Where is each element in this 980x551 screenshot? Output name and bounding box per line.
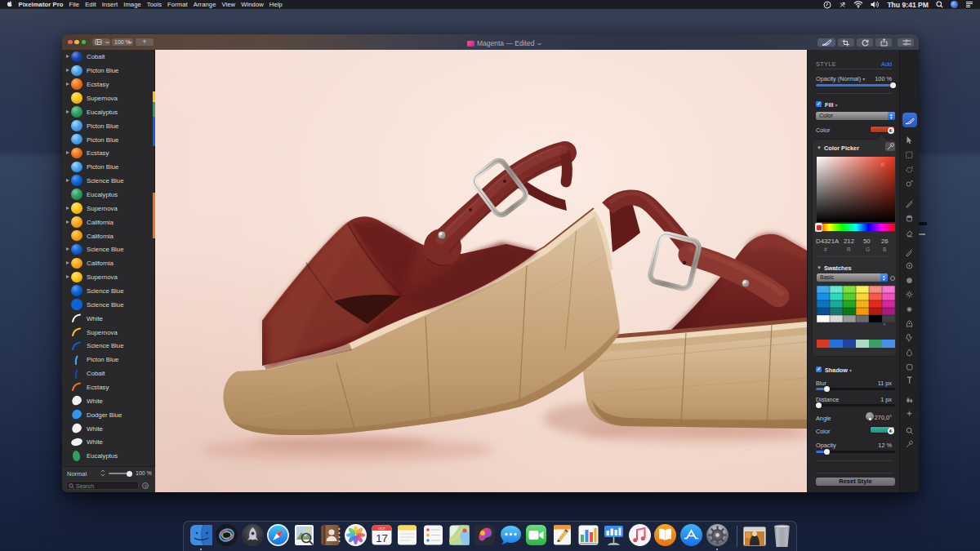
svg-text:17: 17 — [376, 532, 387, 544]
svg-text:OCT: OCT — [378, 527, 385, 531]
